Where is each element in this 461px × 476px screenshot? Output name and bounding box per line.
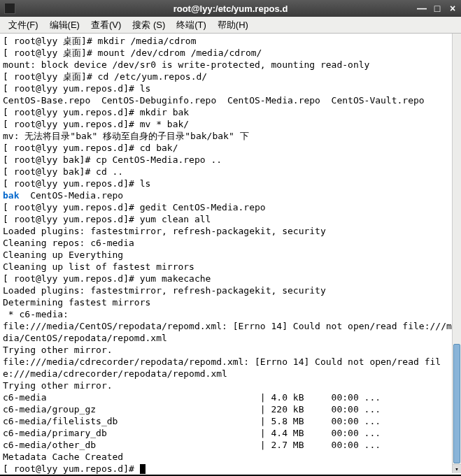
menu-terminal[interactable]: 终端(T) [171,17,212,33]
terminal-line: [ root@lyy yum.repos.d]# ls [3,178,458,189]
terminal-line: mount: block device /dev/sr0 is write-pr… [3,59,458,71]
minimize-button[interactable]: — [416,3,427,14]
terminal-line: Loaded plugins: fastestmirror, refresh-p… [3,284,458,296]
terminal-line: c6-media/group_gz | 220 kB 00:00 ... [3,403,458,415]
scroll-down-icon[interactable]: ▾ [453,464,461,473]
menu-help[interactable]: 帮助(H) [212,17,254,33]
terminal-line: [ root@lyy 桌面]# mkdir /media/cdrom [3,35,458,47]
terminal-line: file:///media/CentOS/repodata/repomd.xml… [3,320,458,344]
scrollbar[interactable]: ▾ [452,34,461,473]
menu-edit[interactable]: 编辑(E) [44,17,85,33]
terminal-line: [ root@lyy yum.repos.d]# [3,463,458,475]
terminal-line: [ root@lyy bak]# cp CentOS-Media.repo .. [3,154,458,166]
terminal-line: Trying other mirror. [3,344,458,356]
terminal-line: [ root@lyy yum.repos.d]# ls [3,82,458,94]
close-button[interactable]: × [447,3,458,14]
window-titlebar: root@lyy:/etc/yum.repos.d — □ × [0,0,461,17]
window-controls: — □ × [416,3,458,14]
terminal-line: [ root@lyy 桌面]# mount /dev/cdrom /media/… [3,47,458,59]
terminal-line: file:///media/cdrecorder/repodata/repomd… [3,356,458,380]
terminal-line: [ root@lyy yum.repos.d]# yum clean all [3,213,458,225]
terminal-line: CentOS-Base.repo CentOS-Debuginfo.repo C… [3,94,458,106]
terminal-line: [ root@lyy yum.repos.d]# gedit CentOS-Me… [3,201,458,213]
terminal-line: Cleaning repos: c6-media [3,237,458,249]
terminal-line: Cleaning up Everything [3,249,458,261]
terminal-line: c6-media/filelists_db | 5.8 MB 00:00 ... [3,415,458,427]
directory-name: bak [3,190,19,201]
terminal-line: [ root@lyy yum.repos.d]# mkdir bak [3,106,458,118]
terminal-line: Loaded plugins: fastestmirror, refresh-p… [3,225,458,237]
terminal-line: mv: 无法将目录"bak" 移动至自身的子目录"bak/bak" 下 [3,130,458,142]
terminal-line: bak CentOS-Media.repo [3,189,458,201]
terminal-line: * c6-media: [3,308,458,320]
terminal-line: Metadata Cache Created [3,451,458,463]
maximize-button[interactable]: □ [432,3,443,14]
terminal-line: c6-media/other_db | 2.7 MB 00:00 ... [3,439,458,451]
terminal-line: [ root@lyy bak]# cd .. [3,166,458,178]
menubar: 文件(F) 编辑(E) 查看(V) 搜索 (S) 终端(T) 帮助(H) [0,17,461,34]
terminal-line: c6-media | 4.0 kB 00:00 ... [3,391,458,403]
terminal-line: [ root@lyy yum.repos.d]# mv * bak/ [3,118,458,130]
terminal-line: [ root@lyy yum.repos.d]# cd bak/ [3,142,458,154]
menu-file[interactable]: 文件(F) [3,17,44,33]
menu-view[interactable]: 查看(V) [85,17,127,33]
terminal-line: c6-media/primary_db | 4.4 MB 00:00 ... [3,427,458,439]
cursor [140,464,146,474]
scroll-thumb[interactable] [453,344,460,463]
terminal-line: Cleaning up list of fastest mirrors [3,261,458,273]
terminal-line: Trying other mirror. [3,380,458,391]
terminal-icon [4,3,15,14]
menu-search[interactable]: 搜索 (S) [127,17,171,33]
window-title: root@lyy:/etc/yum.repos.d [173,3,288,14]
terminal-line: Determining fastest mirrors [3,296,458,308]
terminal-line: [ root@lyy 桌面]# cd /etc/yum.repos.d/ [3,71,458,82]
terminal-line: [ root@lyy yum.repos.d]# yum makecache [3,273,458,284]
terminal-output[interactable]: [ root@lyy 桌面]# mkdir /media/cdrom[ root… [0,34,461,475]
